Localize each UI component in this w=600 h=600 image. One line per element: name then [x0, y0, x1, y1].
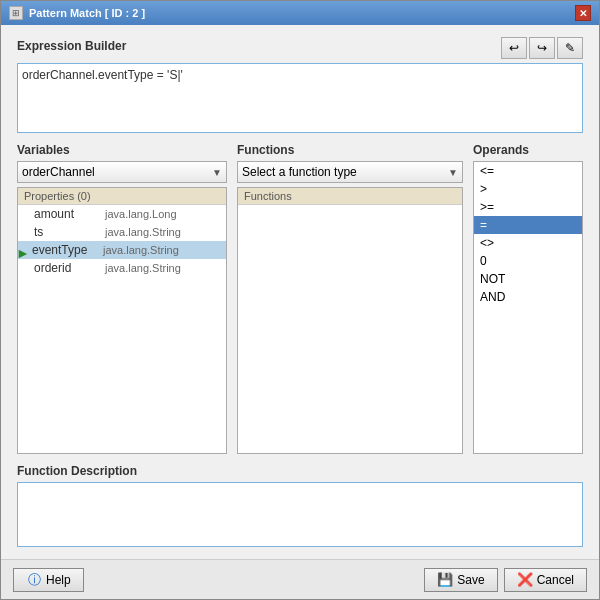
func-item-empty	[238, 223, 462, 241]
operand-value: <=	[480, 164, 494, 178]
functions-label: Functions	[237, 143, 463, 157]
dialog-title: Pattern Match [ ID : 2 ]	[29, 7, 145, 19]
functions-dropdown-value: Select a function type	[242, 165, 357, 179]
operands-label: Operands	[473, 143, 583, 157]
cancel-icon: ❌	[517, 572, 533, 588]
undo-icon: ↩	[509, 41, 519, 55]
functions-list-header: Functions	[238, 188, 462, 205]
close-button[interactable]: ✕	[575, 5, 591, 21]
list-item-active[interactable]: ► eventType java.lang.String	[18, 241, 226, 259]
expression-textarea[interactable]: orderChannel.eventType = 'S|'	[17, 63, 583, 133]
functions-column: Functions Select a function type ▼ Funct…	[237, 143, 463, 454]
variables-dropdown[interactable]: orderChannel ▼	[17, 161, 227, 183]
redo-button[interactable]: ↪	[529, 37, 555, 59]
operand-value: NOT	[480, 272, 505, 286]
title-icon: ⊞	[9, 6, 23, 20]
func-item-empty	[238, 205, 462, 223]
prop-name: eventType	[32, 243, 97, 257]
expression-label: Expression Builder	[17, 39, 126, 53]
operand-item[interactable]: AND	[474, 288, 582, 306]
prop-type: java.lang.String	[105, 226, 181, 238]
func-item-empty	[238, 241, 462, 259]
title-bar: ⊞ Pattern Match [ ID : 2 ] ✕	[1, 1, 599, 25]
prop-name: amount	[34, 207, 99, 221]
operands-list: <= > >= = <> 0 NOT AND	[473, 161, 583, 454]
variables-column: Variables orderChannel ▼ Properties (0) …	[17, 143, 227, 454]
operand-item[interactable]: NOT	[474, 270, 582, 288]
variables-list: Properties (0) amount java.lang.Long ts …	[17, 187, 227, 454]
operand-item[interactable]: <>	[474, 234, 582, 252]
help-icon: ⓘ	[26, 572, 42, 588]
three-columns: Variables orderChannel ▼ Properties (0) …	[17, 143, 583, 454]
list-item-empty	[18, 277, 226, 295]
cancel-label: Cancel	[537, 573, 574, 587]
list-item[interactable]: ts java.lang.String	[18, 223, 226, 241]
operand-value: >=	[480, 200, 494, 214]
undo-button[interactable]: ↩	[501, 37, 527, 59]
dialog-body: Expression Builder ↩ ↪ ✎ orderChannel.ev…	[1, 25, 599, 559]
chevron-down-icon: ▼	[448, 167, 458, 178]
cancel-button[interactable]: ❌ Cancel	[504, 568, 587, 592]
pencil-icon: ✎	[565, 41, 575, 55]
help-button[interactable]: ⓘ Help	[13, 568, 84, 592]
variables-label: Variables	[17, 143, 227, 157]
functions-list: Functions	[237, 187, 463, 454]
active-indicator-icon: ►	[17, 245, 26, 255]
function-description-label: Function Description	[17, 464, 583, 478]
func-item-empty	[238, 259, 462, 277]
clear-button[interactable]: ✎	[557, 37, 583, 59]
expression-section: Expression Builder ↩ ↪ ✎ orderChannel.ev…	[17, 37, 583, 133]
operand-item-selected[interactable]: =	[474, 216, 582, 234]
toolbar-buttons: ↩ ↪ ✎	[501, 37, 583, 59]
func-item-empty	[238, 295, 462, 313]
operand-item[interactable]: >	[474, 180, 582, 198]
operand-item[interactable]: >=	[474, 198, 582, 216]
help-label: Help	[46, 573, 71, 587]
operand-item[interactable]: <=	[474, 162, 582, 180]
chevron-down-icon: ▼	[212, 167, 222, 178]
list-item-empty	[18, 295, 226, 313]
operand-value: =	[480, 218, 487, 232]
prop-type: java.lang.String	[105, 262, 181, 274]
variables-dropdown-value: orderChannel	[22, 165, 95, 179]
operand-value: 0	[480, 254, 487, 268]
prop-type: java.lang.String	[103, 244, 179, 256]
operand-value: <>	[480, 236, 494, 250]
title-bar-left: ⊞ Pattern Match [ ID : 2 ]	[9, 6, 145, 20]
operand-value: AND	[480, 290, 505, 304]
function-description-box	[17, 482, 583, 547]
list-item[interactable]: orderid java.lang.String	[18, 259, 226, 277]
save-icon: 💾	[437, 572, 453, 588]
operand-item[interactable]: 0	[474, 252, 582, 270]
operand-value: >	[480, 182, 487, 196]
footer: ⓘ Help 💾 Save ❌ Cancel	[1, 559, 599, 599]
dialog-window: ⊞ Pattern Match [ ID : 2 ] ✕ Expression …	[0, 0, 600, 600]
prop-name: orderid	[34, 261, 99, 275]
save-label: Save	[457, 573, 484, 587]
variables-list-header: Properties (0)	[18, 188, 226, 205]
function-description-section: Function Description	[17, 464, 583, 547]
redo-icon: ↪	[537, 41, 547, 55]
prop-name: ts	[34, 225, 99, 239]
operands-column: Operands <= > >= = <> 0 NOT AND	[473, 143, 583, 454]
save-button[interactable]: 💾 Save	[424, 568, 497, 592]
prop-type: java.lang.Long	[105, 208, 177, 220]
func-item-empty	[238, 277, 462, 295]
expression-header: Expression Builder ↩ ↪ ✎	[17, 37, 583, 59]
list-item[interactable]: amount java.lang.Long	[18, 205, 226, 223]
functions-dropdown[interactable]: Select a function type ▼	[237, 161, 463, 183]
